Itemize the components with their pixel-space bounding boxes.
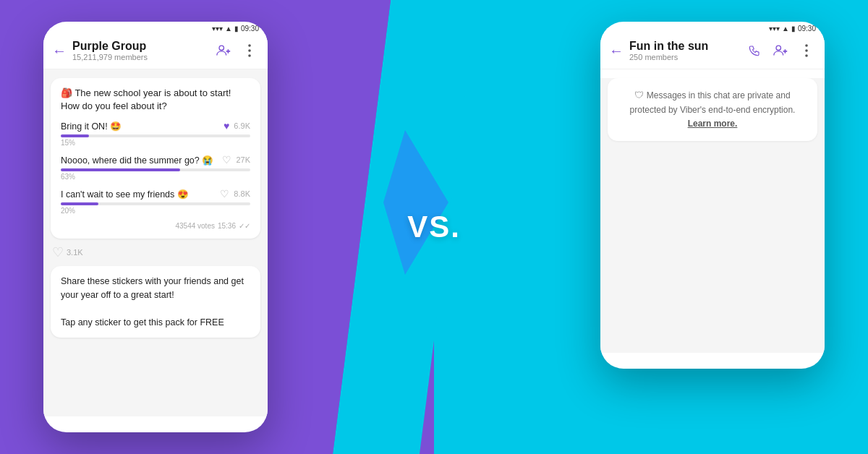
wifi-icon: ▲ <box>225 25 232 33</box>
like-heart-icon[interactable]: ♡ <box>52 244 64 260</box>
right-more-options-icon[interactable] <box>797 41 816 60</box>
right-phone-icon[interactable] <box>745 41 764 60</box>
left-chat-title: Purple Group <box>72 40 214 53</box>
left-header-info: Purple Group 15,211,979 members <box>72 40 214 61</box>
right-time: 09:30 <box>798 25 816 33</box>
poll-bar-fill-2 <box>61 168 180 171</box>
right-phone: ▾▾▾ ▲ ▮ 09:30 ← Fun in the sun 250 membe… <box>600 22 825 369</box>
poll-option-2-text: Noooo, where did the summer go? 😭 <box>61 155 222 166</box>
right-add-member-icon[interactable] <box>771 41 790 60</box>
poll-votes: 43544 votes <box>175 222 215 230</box>
battery-icon: ▮ <box>234 25 239 33</box>
poll-option-1-heart: ♥ <box>224 120 229 132</box>
right-chat-body: 🛡 Messages in this chat are private and … <box>600 78 825 353</box>
poll-option-1[interactable]: Bring it ON! 🤩 ♥ 6.9K 15% <box>61 120 250 147</box>
poll-option-3[interactable]: I can't wait to see my friends 😍 ♡ 8.8K … <box>61 188 250 215</box>
svg-point-6 <box>248 44 251 47</box>
poll-option-3-heart: ♡ <box>220 188 229 200</box>
private-notice-card: 🛡 Messages in this chat are private and … <box>608 78 817 141</box>
poll-bar-fill-3 <box>61 202 98 205</box>
right-battery-icon: ▮ <box>791 25 796 33</box>
vs-label: VS. <box>407 210 461 244</box>
shield-icon: 🛡 <box>634 90 644 100</box>
right-back-button[interactable]: ← <box>609 43 624 59</box>
poll-bar-fill-1 <box>61 134 89 137</box>
poll-card: 🎒 The new school year is about to start!… <box>51 78 260 239</box>
left-back-button[interactable]: ← <box>52 43 67 59</box>
right-chat-header: ← Fun in the sun 250 members <box>600 34 825 69</box>
poll-bar-bg-2 <box>61 168 250 171</box>
poll-option-1-text: Bring it ON! 🤩 <box>61 121 224 132</box>
right-status-bar: ▾▾▾ ▲ ▮ 09:30 <box>600 22 825 34</box>
sticker-line1: Share these stickers with your friends a… <box>61 276 244 300</box>
left-chat-subtitle: 15,211,979 members <box>72 53 214 61</box>
poll-option-2-heart: ♡ <box>222 154 231 166</box>
poll-option-2-count: 27K <box>236 155 250 164</box>
poll-percent-2: 63% <box>61 173 250 181</box>
svg-point-3 <box>219 46 224 50</box>
left-status-icons: ▾▾▾ ▲ ▮ 09:30 <box>212 25 259 33</box>
poll-percent-3: 20% <box>61 207 250 215</box>
svg-point-13 <box>805 49 808 52</box>
signal-icon: ▾▾▾ <box>212 25 223 33</box>
right-chat-subtitle: 250 members <box>629 53 745 61</box>
add-member-icon[interactable] <box>214 41 233 60</box>
right-status-icons: ▾▾▾ ▲ ▮ 09:30 <box>769 25 816 33</box>
poll-footer: 43544 votes 15:36 ✓✓ <box>61 222 250 230</box>
poll-percent-1: 15% <box>61 139 250 147</box>
poll-option-1-count: 6.9K <box>234 121 250 130</box>
svg-point-7 <box>248 49 251 52</box>
poll-option-3-count: 8.8K <box>234 189 250 198</box>
left-chat-header: ← Purple Group 15,211,979 members <box>43 34 268 69</box>
sticker-line2: Tap any sticker to get this pack for FRE… <box>61 317 224 327</box>
right-chat-title: Fun in the sun <box>629 40 745 53</box>
left-chat-body: 🎒 The new school year is about to start!… <box>43 69 268 416</box>
svg-point-14 <box>805 54 808 57</box>
right-header-info: Fun in the sun 250 members <box>629 40 745 61</box>
svg-point-12 <box>805 44 808 47</box>
svg-point-9 <box>776 46 780 50</box>
right-header-actions <box>745 41 816 60</box>
sticker-card: Share these stickers with your friends a… <box>51 266 260 338</box>
private-notice-text: Messages in this chat are private and pr… <box>630 90 796 115</box>
right-signal-icon: ▾▾▾ <box>769 25 780 33</box>
left-time: 09:30 <box>241 25 259 33</box>
poll-check: ✓✓ <box>239 222 250 230</box>
poll-question: 🎒 The new school year is about to start!… <box>61 87 250 113</box>
learn-more-link[interactable]: Learn more. <box>688 119 738 129</box>
svg-point-8 <box>248 54 251 57</box>
left-header-actions <box>214 41 259 60</box>
more-options-icon[interactable] <box>240 41 259 60</box>
poll-bar-bg-3 <box>61 202 250 205</box>
poll-bar-bg-1 <box>61 134 250 137</box>
right-wifi-icon: ▲ <box>782 25 789 33</box>
sticker-text: Share these stickers with your friends a… <box>61 275 250 329</box>
left-like-area: ♡ 3.1K <box>51 244 260 260</box>
like-count: 3.1K <box>67 248 83 257</box>
left-status-bar: ▾▾▾ ▲ ▮ 09:30 <box>43 22 268 34</box>
left-phone: ▾▾▾ ▲ ▮ 09:30 ← Purple Group 15,211,979 … <box>43 22 268 432</box>
poll-option-3-text: I can't wait to see my friends 😍 <box>61 189 220 200</box>
poll-option-2[interactable]: Noooo, where did the summer go? 😭 ♡ 27K … <box>61 154 250 181</box>
poll-time: 15:36 <box>218 222 236 230</box>
